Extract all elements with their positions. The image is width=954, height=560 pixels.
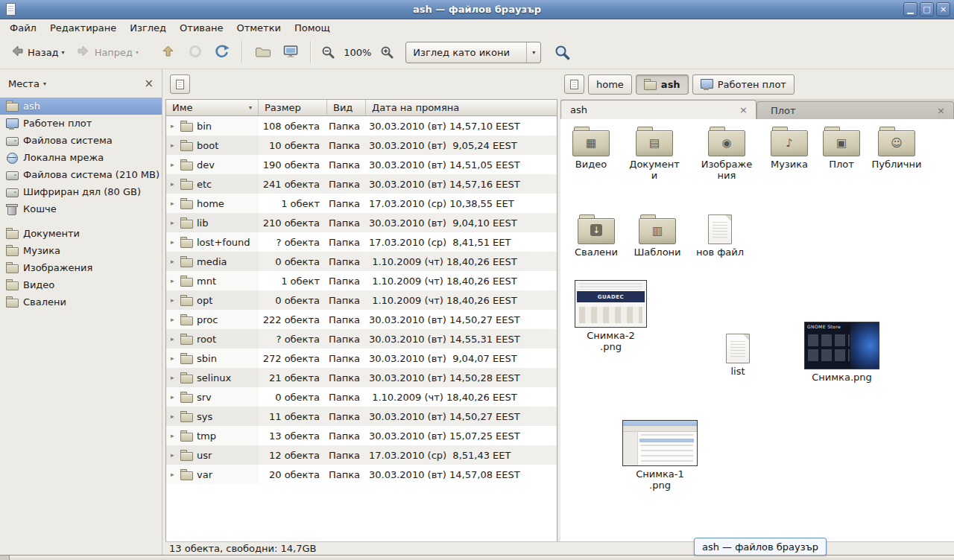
table-row[interactable]: ▸ lib 210 обекта Папка 30.03.2010 (вт) 9… <box>166 213 557 232</box>
path-button-home[interactable]: home <box>588 74 632 95</box>
expander-icon[interactable]: ▸ <box>171 316 177 323</box>
table-row[interactable]: ▸ opt 0 обекта Папка 1.10.2009 (чт) 18,4… <box>166 290 557 310</box>
table-row[interactable]: ▸ proc 222 обекта Папка 30.03.2010 (вт) … <box>166 310 557 329</box>
expander-icon[interactable]: ▸ <box>171 432 177 439</box>
sidebar-item-downloads[interactable]: Свалени <box>0 293 162 311</box>
folder-video[interactable]: ▦ Видео <box>564 127 618 170</box>
back-button[interactable]: Назад ▾ <box>4 41 70 64</box>
table-row[interactable]: ▸ mnt 1 обект Папка 1.10.2009 (чт) 18,40… <box>166 271 557 290</box>
menu-item[interactable]: Помощ <box>288 21 337 35</box>
zoom-out-button[interactable] <box>318 42 338 62</box>
expander-icon[interactable]: ▸ <box>171 451 177 459</box>
folder-pictures[interactable]: ◉ Изображения <box>698 127 755 181</box>
maximize-button[interactable]: □ <box>920 2 934 16</box>
show-desktop-button[interactable] <box>0 556 10 560</box>
table-row[interactable]: ▸ selinux 21 обекта Папка 30.03.2010 (вт… <box>166 368 557 387</box>
table-row[interactable]: ▸ boot 10 обекта Папка 30.03.2010 (вт) 9… <box>166 136 557 155</box>
table-row[interactable]: ▸ sys 11 обекта Папка 30.03.2010 (вт) 14… <box>166 407 557 426</box>
expander-icon[interactable]: ▸ <box>171 471 177 478</box>
expander-icon[interactable]: ▸ <box>171 335 177 343</box>
sidebar-item-network[interactable]: Локална мрежа <box>0 149 162 166</box>
tab-close-icon[interactable]: × <box>737 104 750 115</box>
file-snimka-2[interactable]: GUADEC Снимка-2.png <box>574 280 648 352</box>
file-new-file[interactable]: нов файл <box>693 214 747 258</box>
close-button[interactable]: × <box>936 2 950 16</box>
column-header-date[interactable]: Дата на промяна <box>366 100 557 116</box>
table-row[interactable]: ▸ sbin 272 обекта Папка 30.03.2010 (вт) … <box>166 349 557 368</box>
path-button-ash[interactable]: ash <box>636 74 689 95</box>
menu-item[interactable]: Отметки <box>230 21 287 35</box>
search-button[interactable] <box>552 42 573 63</box>
menu-item[interactable]: Изглед <box>123 21 173 35</box>
sidebar-item-encrypted[interactable]: Шифриран дял (80 GB) <box>0 183 162 200</box>
menu-item[interactable]: Файл <box>3 21 43 35</box>
expander-icon[interactable]: ▸ <box>171 200 177 207</box>
expander-icon[interactable]: ▸ <box>171 374 177 381</box>
menu-item[interactable]: Отиване <box>173 21 230 35</box>
file-snimka-1[interactable]: Снимка-1.png <box>622 420 698 491</box>
menu-item[interactable]: Редактиране <box>43 21 123 35</box>
table-row[interactable]: ▸ bin 108 обекта Папка 30.03.2010 (вт) 1… <box>166 116 557 136</box>
icon-view[interactable]: ▦ Видео ▤ Документи ◉ Изображения ♪ Музи… <box>560 119 954 541</box>
tab-ash[interactable]: ash × <box>560 100 756 119</box>
expander-icon[interactable]: ▸ <box>171 219 177 226</box>
expander-icon[interactable]: ▸ <box>171 161 177 168</box>
table-row[interactable]: ▸ lost+found ? обекта Папка 17.03.2010 (… <box>166 232 557 252</box>
file-snimka[interactable]: GNOME Store Снимка.png <box>803 322 880 383</box>
location-button[interactable] <box>170 74 190 94</box>
column-header-size[interactable]: Размер <box>259 100 327 116</box>
expander-icon[interactable]: ▸ <box>171 413 177 420</box>
view-mode-select[interactable]: Изглед като икони ▾ <box>405 42 541 63</box>
column-header-type[interactable]: Вид <box>327 100 366 116</box>
sidebar-item-videos[interactable]: Видео <box>0 276 162 293</box>
expander-icon[interactable]: ▸ <box>171 258 177 265</box>
stop-button[interactable] <box>183 41 208 64</box>
expander-icon[interactable]: ▸ <box>171 393 177 401</box>
table-row[interactable]: ▸ root ? обекта Папка 30.03.2010 (вт) 14… <box>166 329 557 349</box>
location-button[interactable] <box>564 74 584 94</box>
expander-icon[interactable]: ▸ <box>171 277 177 284</box>
table-row[interactable]: ▸ dev 190 обекта Папка 30.03.2010 (вт) 1… <box>166 155 557 174</box>
table-row[interactable]: ▸ tmp 13 обекта Папка 30.03.2010 (вт) 15… <box>166 426 557 445</box>
expander-icon[interactable]: ▸ <box>171 141 177 149</box>
sidebar-item-pictures[interactable]: Изображения <box>0 259 162 276</box>
expander-icon[interactable]: ▸ <box>171 122 177 130</box>
titlebar[interactable]: ash — файлов браузър ▁ □ × <box>0 0 954 19</box>
folder-downloads[interactable]: ↓ Свалени <box>569 214 623 258</box>
reload-button[interactable] <box>209 41 235 64</box>
table-row[interactable]: ▸ etc 241 обекта Папка 30.03.2010 (вт) 1… <box>166 174 557 194</box>
sidebar-item-music[interactable]: Музика <box>0 242 162 259</box>
expander-icon[interactable]: ▸ <box>171 238 177 246</box>
computer-button[interactable] <box>278 42 303 63</box>
folder-documents[interactable]: ▤ Документи <box>627 127 682 181</box>
sidebar-item-documents[interactable]: Документи <box>0 225 162 242</box>
table-row[interactable]: ▸ var 20 обекта Папка 30.03.2010 (вт) 14… <box>166 465 557 484</box>
file-list[interactable]: list <box>714 334 762 377</box>
table-row[interactable]: ▸ srv 0 обекта Папка 1.10.2009 (чт) 18,4… <box>166 387 557 407</box>
sidebar-item-filesystem-210[interactable]: Файлова система (210 MB) <box>0 166 162 183</box>
table-row[interactable]: ▸ home 1 обект Папка 17.03.2010 (ср) 10,… <box>166 194 557 213</box>
zoom-in-button[interactable] <box>377 42 397 62</box>
expander-icon[interactable]: ▸ <box>171 354 177 362</box>
tab-plot[interactable]: Плот × <box>756 101 954 119</box>
taskbar-window-button[interactable]: ash — файлов браузър <box>694 538 827 556</box>
column-header-name[interactable]: Име ▾ <box>166 100 259 116</box>
path-button-desktop[interactable]: Работен плот <box>692 74 795 95</box>
places-caret-icon[interactable]: ▾ <box>43 80 46 87</box>
sidebar-item-ash[interactable]: ash <box>0 98 162 115</box>
home-button[interactable] <box>250 42 277 63</box>
tab-close-icon[interactable]: × <box>935 105 947 116</box>
folder-music[interactable]: ♪ Музика <box>764 127 815 170</box>
minimize-button[interactable]: ▁ <box>903 2 917 16</box>
sidebar-item-desktop[interactable]: Работен плот <box>0 115 162 132</box>
folder-templates[interactable]: ▥ Шаблони <box>631 214 684 258</box>
forward-button[interactable]: Напред ▾ <box>72 41 145 64</box>
sidebar-close-button[interactable]: × <box>144 77 154 90</box>
up-button[interactable] <box>156 41 181 64</box>
table-row[interactable]: ▸ usr 12 обекта Папка 17.03.2010 (ср) 8,… <box>166 445 557 465</box>
folder-public[interactable]: ☺ Публични <box>869 127 924 170</box>
expander-icon[interactable]: ▸ <box>171 180 177 188</box>
sidebar-item-trash[interactable]: Кошче <box>0 200 162 217</box>
table-row[interactable]: ▸ media 0 обекта Папка 1.10.2009 (чт) 18… <box>166 252 557 271</box>
expander-icon[interactable]: ▸ <box>171 296 177 304</box>
